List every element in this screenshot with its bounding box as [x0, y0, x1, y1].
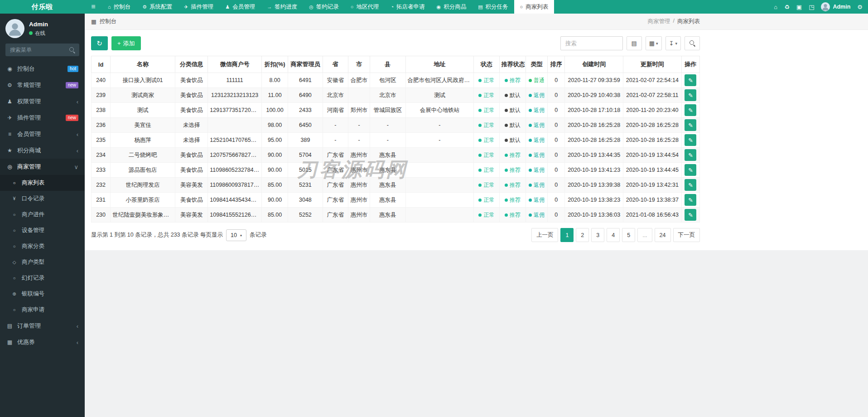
prev-page-button[interactable]: 上一页 — [531, 228, 559, 242]
status-badge: 默认 — [505, 136, 521, 144]
refresh-button[interactable]: ↻ — [91, 36, 108, 50]
profile-avatar[interactable] — [5, 19, 24, 38]
edit-button[interactable]: ✎ — [685, 134, 696, 146]
topnav-item-region-agent[interactable]: ○地区代理 — [345, 0, 385, 14]
breadcrumb-parent[interactable]: 商家管理 — [648, 18, 670, 25]
col-header-id[interactable]: Id — [92, 56, 111, 73]
page-button-1[interactable]: 1 — [560, 228, 574, 242]
col-header-province[interactable]: 省 — [323, 56, 348, 73]
topbar-user[interactable]: Admin — [821, 2, 850, 11]
pencil-icon: ✎ — [688, 107, 693, 114]
edit-button[interactable]: ✎ — [685, 119, 696, 131]
edit-button[interactable]: ✎ — [685, 89, 696, 101]
col-header-recommend[interactable]: 推荐状态 — [499, 56, 526, 73]
sidebar-item-coupon[interactable]: ▦优惠券‹ — [0, 334, 85, 350]
settings-gear-icon[interactable]: ⚙ — [857, 4, 863, 10]
topnav-item-system-config[interactable]: ⚙系统配置 — [136, 0, 178, 14]
cell-recommend: 推荐 — [499, 178, 526, 193]
col-header-created[interactable]: 创建时间 — [565, 56, 623, 73]
table-search-input[interactable] — [560, 36, 623, 50]
sidebar-item-slide-record[interactable]: ○幻灯记录 — [0, 270, 85, 286]
page-button-3[interactable]: 3 — [591, 228, 604, 242]
sidebar-item-device-manage[interactable]: ○设备管理 — [0, 223, 85, 238]
col-header-type[interactable]: 类型 — [526, 56, 547, 73]
col-header-address[interactable]: 地址 — [405, 56, 474, 73]
sidebar-item-merchant-list[interactable]: ○商家列表 — [0, 175, 85, 191]
topnav-item-plugin-manage[interactable]: ✈插件管理 — [178, 0, 219, 14]
status-dot-icon — [505, 94, 508, 97]
sidebar-search-input[interactable] — [5, 44, 79, 56]
breadcrumb-dashboard[interactable]: 控制台 — [100, 18, 117, 25]
page-size-select[interactable]: 10 ▴ — [226, 229, 246, 241]
sidebar-toggle-icon[interactable]: ≡ — [85, 0, 102, 14]
fullscreen-icon[interactable]: ◳ — [809, 4, 814, 10]
cell-manager: 5015 — [288, 163, 323, 178]
search-toggle-button[interactable] — [685, 36, 700, 50]
col-header-discount[interactable]: 折扣(%) — [261, 56, 288, 73]
col-header-wechat_no[interactable]: 微信商户号 — [208, 56, 262, 73]
merchant-list-icon: ○ — [11, 180, 18, 185]
sidebar-item-label: 商户类型 — [22, 258, 44, 266]
col-header-city[interactable]: 市 — [348, 56, 370, 73]
page-button-5[interactable]: 5 — [622, 228, 635, 242]
next-page-button[interactable]: 下一页 — [673, 228, 700, 242]
docs-icon[interactable]: ▣ — [796, 4, 802, 10]
sidebar-item-unionpay-no[interactable]: ⊕银联编号 — [0, 286, 85, 302]
trash-icon[interactable]: ♻ — [784, 4, 790, 10]
cell-recommend: 推荐 — [499, 208, 526, 223]
sidebar-item-merchant-entry[interactable]: ○商户进件 — [0, 207, 85, 223]
merchant-apply-icon: ○ — [11, 307, 18, 312]
col-header-manager[interactable]: 商家管理员 — [288, 56, 323, 73]
edit-button[interactable]: ✎ — [685, 194, 696, 206]
col-header-updated[interactable]: 更新时间 — [623, 56, 682, 73]
edit-button[interactable]: ✎ — [685, 149, 696, 161]
topnav-item-sign-record[interactable]: ◎签约记录 — [303, 0, 345, 14]
cell-id: 236 — [92, 118, 111, 133]
cell-id: 235 — [92, 133, 111, 148]
sidebar-item-order[interactable]: ▤订单管理‹ — [0, 318, 85, 334]
page-button-2[interactable]: 2 — [576, 228, 589, 242]
status-dot-icon — [478, 154, 482, 157]
page-button-4[interactable]: 4 — [607, 228, 620, 242]
topnav-item-store-apply[interactable]: ◔拓店者申请 — [385, 0, 430, 14]
edit-button[interactable]: ✎ — [685, 74, 696, 86]
sidebar-item-merchant-category[interactable]: ○商家分类 — [0, 238, 85, 254]
topnav-item-points-goods[interactable]: ◉积分商品 — [431, 0, 473, 14]
edit-button[interactable]: ✎ — [685, 164, 696, 176]
topnav-item-sign-progress[interactable]: →签约进度 — [261, 0, 303, 14]
sidebar-item-member[interactable]: ≡会员管理‹ — [0, 126, 85, 142]
sidebar-item-password-record[interactable]: ¥口令记录 — [0, 191, 85, 207]
status-dot-icon — [529, 94, 532, 97]
col-header-op[interactable]: 操作 — [681, 56, 699, 73]
col-header-county[interactable]: 县 — [370, 56, 405, 73]
home-icon[interactable]: ⌂ — [774, 4, 777, 10]
topnav-item-dashboard[interactable]: ⌂控制台 — [102, 0, 136, 14]
add-button[interactable]: +添加 — [111, 36, 141, 50]
export-button[interactable]: ↧▾ — [665, 36, 681, 50]
sidebar-item-merchant[interactable]: ◎商家管理∨ — [0, 159, 85, 175]
sidebar-item-points-mall[interactable]: ★积分商城‹ — [0, 142, 85, 159]
col-header-status[interactable]: 状态 — [474, 56, 499, 73]
topnav-item-merchant-list[interactable]: ○商家列表 — [514, 0, 555, 14]
col-header-category[interactable]: 分类信息 — [175, 56, 207, 73]
cell-city: - — [348, 118, 370, 133]
columns-toggle-button[interactable]: ▤ — [627, 36, 642, 50]
sidebar-item-plugin[interactable]: ✈插件管理new — [0, 110, 85, 126]
sidebar-item-dashboard[interactable]: ◉控制台hot — [0, 61, 85, 77]
sidebar-item-merchant-type[interactable]: ◇商户类型 — [0, 254, 85, 270]
brand-logo[interactable]: 付乐啦 — [0, 0, 85, 14]
edit-button[interactable]: ✎ — [685, 104, 696, 116]
page-button-24[interactable]: 24 — [655, 228, 671, 242]
sidebar-item-general[interactable]: ⚙常规管理new — [0, 77, 85, 93]
sidebar-item-merchant-apply[interactable]: ○商家申请 — [0, 302, 85, 318]
col-header-name[interactable]: 名称 — [111, 56, 175, 73]
edit-button[interactable]: ✎ — [685, 209, 696, 221]
search-icon[interactable] — [69, 47, 75, 53]
topnav-item-points-task[interactable]: ▤积分任务 — [472, 0, 514, 14]
topnav-item-member-manage[interactable]: ♟会员管理 — [219, 0, 261, 14]
cell-county: 惠东县 — [370, 163, 405, 178]
view-mode-button[interactable]: ▦▾ — [646, 36, 662, 50]
col-header-sort[interactable]: 排序 — [548, 56, 565, 73]
sidebar-item-auth[interactable]: ♟权限管理‹ — [0, 93, 85, 110]
edit-button[interactable]: ✎ — [685, 179, 696, 191]
